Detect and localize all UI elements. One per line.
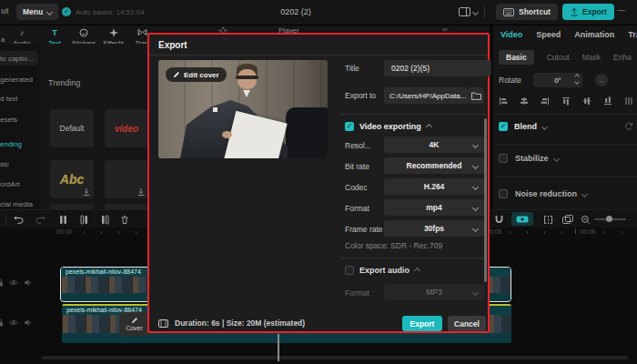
inspector-tab-video[interactable]: Video bbox=[500, 30, 522, 39]
chevron-up-icon bbox=[414, 267, 420, 273]
inspector-subtab-basic[interactable]: Basic bbox=[499, 50, 534, 65]
sidebar-item-social-media[interactable]: cial media bbox=[0, 200, 41, 208]
align-left-icon[interactable] bbox=[499, 96, 508, 106]
mirror-split-button[interactable] bbox=[541, 212, 555, 227]
magnet-snap-button[interactable] bbox=[491, 212, 506, 227]
sidebar-item-ai-generated[interactable]: generated bbox=[0, 76, 41, 84]
align-right-icon[interactable] bbox=[541, 96, 550, 106]
eye-icon[interactable] bbox=[9, 319, 18, 326]
zoom-out-button[interactable] bbox=[578, 212, 592, 227]
delete-button[interactable] bbox=[117, 212, 132, 227]
undo-button[interactable] bbox=[12, 212, 26, 227]
preview-hand bbox=[222, 131, 232, 138]
ruler-tick bbox=[575, 228, 576, 234]
resolution-label: Resol... bbox=[345, 141, 371, 150]
noise-reduction-section[interactable]: Noise reduction bbox=[499, 189, 633, 198]
export-audio-checkbox[interactable] bbox=[345, 266, 354, 275]
timeline-zoom-slider[interactable] bbox=[594, 218, 626, 220]
lock-icon[interactable] bbox=[0, 318, 4, 327]
text-preset-default[interactable]: Default bbox=[50, 109, 94, 147]
bitrate-label: Bit rate bbox=[345, 162, 369, 171]
download-icon bbox=[137, 188, 145, 196]
sidebar-item-auto-captions[interactable]: to captio... bbox=[0, 55, 41, 63]
text-preset-abc[interactable]: Abc bbox=[50, 160, 94, 198]
sidebar-item-wordart[interactable]: ordArt bbox=[0, 180, 41, 188]
align-bottom-icon[interactable] bbox=[603, 96, 612, 106]
audio-format-dropdown[interactable]: MP3 bbox=[384, 284, 484, 300]
inspector-tab-tracking[interactable]: Tracking bbox=[628, 30, 637, 39]
stepper-icon[interactable] bbox=[575, 75, 579, 84]
menu-button[interactable]: Menu bbox=[16, 4, 58, 20]
delete-left-button[interactable] bbox=[76, 212, 91, 227]
inspector-subtab-enhance[interactable]: Enha bbox=[613, 53, 632, 62]
lock-icon[interactable] bbox=[0, 278, 4, 287]
text-preset-video[interactable]: video bbox=[105, 109, 148, 147]
preview-frames-button[interactable] bbox=[561, 212, 575, 227]
inspector-subtab-cutout[interactable]: Cutout bbox=[547, 53, 570, 62]
blend-section[interactable]: ✓ Blend bbox=[499, 122, 633, 131]
inspector-tab-animation[interactable]: Animation bbox=[574, 30, 614, 39]
sidebar-item-add-text[interactable]: d text bbox=[0, 95, 41, 103]
align-top-icon[interactable] bbox=[561, 96, 571, 106]
shortcut-button[interactable]: Shortcut bbox=[496, 4, 558, 20]
inspector-tab-speed[interactable]: Speed bbox=[536, 30, 561, 39]
link-icon bbox=[516, 216, 529, 223]
slider-handle[interactable] bbox=[606, 216, 612, 222]
sidebar-item-trending[interactable]: ending bbox=[0, 140, 41, 148]
preview-person-face bbox=[238, 69, 257, 89]
mute-icon[interactable] bbox=[24, 318, 32, 327]
codec-label: Codec bbox=[345, 183, 368, 192]
align-middle-icon[interactable] bbox=[582, 96, 592, 106]
edit-cover-button[interactable]: Edit cover bbox=[166, 67, 227, 82]
blend-checkbox[interactable]: ✓ bbox=[499, 122, 508, 131]
layout-toggle-button[interactable] bbox=[459, 7, 478, 16]
split-clip-button[interactable] bbox=[56, 212, 70, 227]
stabilize-checkbox[interactable] bbox=[499, 154, 508, 163]
library-section-title: Trending bbox=[48, 78, 80, 87]
divider bbox=[5, 214, 6, 225]
video-exporting-header[interactable]: ✓ Video exporting bbox=[345, 122, 431, 131]
export-cancel-button[interactable]: Cancel bbox=[448, 316, 486, 331]
minimize-button[interactable]: — bbox=[617, 5, 625, 15]
export-confirm-button[interactable]: Export bbox=[402, 316, 442, 331]
distribute-icon[interactable] bbox=[624, 96, 633, 106]
link-toggle-button[interactable] bbox=[511, 212, 533, 226]
chevron-down-icon bbox=[472, 8, 479, 15]
reset-rotate-button[interactable]: – bbox=[595, 74, 608, 86]
delete-right-button[interactable] bbox=[97, 212, 112, 227]
reset-icon[interactable] bbox=[624, 122, 633, 131]
format-dropdown[interactable]: mp4 bbox=[384, 199, 484, 216]
text-preset-blank[interactable] bbox=[105, 160, 148, 198]
bitrate-dropdown[interactable]: Recommended bbox=[384, 157, 484, 174]
export-button-topbar[interactable]: Export bbox=[562, 4, 614, 20]
mute-icon[interactable] bbox=[24, 278, 32, 287]
sidebar-item-music[interactable]: sic bbox=[0, 160, 41, 168]
sidebar-item-presets[interactable]: esets bbox=[0, 116, 41, 124]
browse-folder-button[interactable] bbox=[468, 87, 484, 104]
inspector-subtab-mask[interactable]: Mask bbox=[582, 53, 601, 62]
preview-person-glasses bbox=[236, 76, 258, 79]
layout-icon bbox=[459, 7, 470, 16]
folder-icon bbox=[471, 92, 481, 100]
project-title: 0202 (2) bbox=[228, 7, 364, 16]
stabilize-section[interactable]: Stabilize bbox=[499, 154, 633, 163]
resolution-dropdown[interactable]: 4K bbox=[384, 136, 484, 153]
dialog-scrollbar[interactable] bbox=[484, 118, 487, 282]
eye-icon[interactable] bbox=[9, 279, 18, 286]
timeline-scrollbar[interactable] bbox=[41, 356, 628, 359]
chevron-down-icon bbox=[541, 123, 548, 129]
codec-dropdown[interactable]: H.264 bbox=[384, 178, 484, 195]
export-path-input[interactable]: C:/Users/HP/AppData... bbox=[384, 87, 468, 104]
color-space-info: Color space: SDR - Rec.709 bbox=[345, 241, 442, 250]
framerate-dropdown[interactable]: 30fps bbox=[384, 220, 484, 237]
title-input[interactable]: 0202 (2)(5) bbox=[384, 60, 491, 76]
cover-button[interactable]: Cover bbox=[119, 312, 149, 336]
playhead[interactable] bbox=[278, 334, 279, 361]
redo-button[interactable] bbox=[33, 212, 47, 227]
rotate-input[interactable]: 0° bbox=[533, 73, 582, 87]
noise-reduction-checkbox[interactable] bbox=[499, 189, 508, 198]
video-exporting-checkbox[interactable]: ✓ bbox=[345, 122, 354, 131]
align-center-h-icon[interactable] bbox=[520, 96, 529, 106]
export-audio-header[interactable]: Export audio bbox=[345, 266, 420, 275]
video-file-icon bbox=[158, 319, 168, 328]
